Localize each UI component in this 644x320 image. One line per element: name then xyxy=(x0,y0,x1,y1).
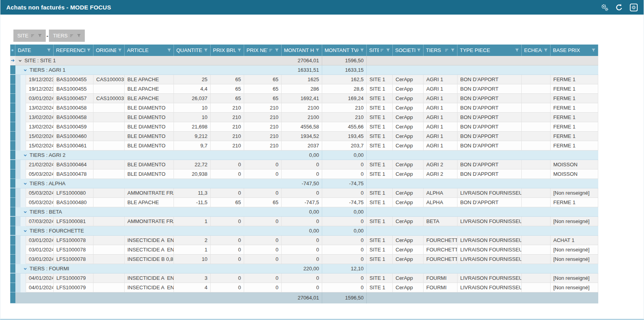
funnel-icon[interactable] xyxy=(118,48,122,52)
cell-prix_net[interactable]: 65 xyxy=(244,84,282,94)
cell-article[interactable]: INSECTICIDE A EN 1 xyxy=(125,273,174,283)
cell-origine[interactable] xyxy=(93,188,125,198)
cell-societe[interactable]: CerApp xyxy=(393,236,424,245)
column-header-tiers[interactable]: TIERS xyxy=(424,45,457,56)
cell-societe[interactable]: CerApp xyxy=(393,94,424,103)
column-header-echeance[interactable]: ECHEANCE xyxy=(522,45,551,56)
cell-date[interactable]: 19/12/2023 xyxy=(26,84,54,94)
funnel-icon[interactable] xyxy=(167,48,171,52)
table-row[interactable]: 19/12/2023BAS1000455BLE APACHE4,46565286… xyxy=(10,84,598,94)
group-row-tiers[interactable]: TIERS : FOURCHETTE0,000,00 xyxy=(10,226,598,236)
cell-origine[interactable] xyxy=(93,245,125,255)
column-header-prix_brut[interactable]: PRIX BRUT xyxy=(211,45,244,56)
cell-date[interactable]: 05/03/2024 xyxy=(26,188,54,198)
cell-type_piece[interactable]: BON D'APPORT xyxy=(457,169,522,179)
cell-montant_tva[interactable]: 210 xyxy=(322,113,367,122)
cell-montant_tva[interactable]: 0 xyxy=(322,283,367,292)
cell-prix_brut[interactable]: 0 xyxy=(211,160,244,169)
funnel-icon[interactable] xyxy=(275,48,279,52)
cell-date[interactable]: 15/02/2024 xyxy=(26,141,54,151)
cell-type_piece[interactable]: BON D'APPORT xyxy=(457,84,522,94)
cell-article[interactable]: INSECTICIDE A EN 1 xyxy=(125,245,174,255)
cell-base_prix[interactable]: [Non renseigné] xyxy=(551,217,598,226)
cell-tiers[interactable]: AGRI 1 xyxy=(424,75,457,84)
row-selector[interactable] xyxy=(10,132,15,141)
cell-montant_tva[interactable]: 0 xyxy=(322,217,367,226)
cell-quantite[interactable]: 10 xyxy=(174,255,211,264)
cell-societe[interactable]: CerApp xyxy=(393,198,424,207)
cell-montant_tva[interactable]: 162,5 xyxy=(322,75,367,84)
row-selector[interactable] xyxy=(10,236,15,245)
column-header-site[interactable]: SITE xyxy=(367,45,393,56)
cell-prix_net[interactable]: 0 xyxy=(244,236,282,245)
cell-tiers[interactable]: FOURMI xyxy=(424,273,457,283)
table-row[interactable]: 03/01/2024LFS1000078INSECTICIDE A EN 110… xyxy=(10,245,598,255)
cell-article[interactable]: INSECTICIDE B 0,8L xyxy=(125,255,174,264)
cell-type_piece[interactable]: LIVRAISON FOURNISSEUR xyxy=(457,236,522,245)
cell-tiers[interactable]: AGRI 1 xyxy=(424,84,457,94)
cell-base_prix[interactable]: FERME 1 xyxy=(551,122,598,132)
row-selector[interactable] xyxy=(10,226,15,235)
cell-prix_brut[interactable]: 210 xyxy=(211,122,244,132)
cell-reference[interactable]: LFS1000078 xyxy=(54,255,93,264)
column-header-base_prix[interactable]: BASE PRIX xyxy=(551,45,598,56)
cell-quantite[interactable]: 2 xyxy=(174,236,211,245)
cell-reference[interactable]: BAS1000459 xyxy=(54,122,93,132)
cell-article[interactable]: BLE DIAMENTO xyxy=(125,169,174,179)
cell-site[interactable]: SITE 1 xyxy=(367,169,393,179)
cell-echeance[interactable] xyxy=(522,122,551,132)
sort-asc-icon[interactable] xyxy=(445,48,449,52)
cell-montant_tva[interactable]: 28,6 xyxy=(322,84,367,94)
funnel-icon[interactable] xyxy=(417,48,421,52)
cell-montant_tva[interactable]: 0 xyxy=(322,255,367,264)
cell-echeance[interactable] xyxy=(522,188,551,198)
cell-tiers[interactable]: ALPHA xyxy=(424,188,457,198)
cell-type_piece[interactable]: LIVRAISON FOURNISSEUR xyxy=(457,273,522,283)
cell-societe[interactable]: CerApp xyxy=(393,141,424,151)
cell-date[interactable]: 04/01/2024 xyxy=(26,273,54,283)
cell-date[interactable]: 03/01/2024 xyxy=(26,245,54,255)
table-row[interactable]: 05/03/2024BAS1000480BLE APACHE-11,56565-… xyxy=(10,198,598,207)
cell-tiers[interactable]: AGRI 1 xyxy=(424,113,457,122)
cell-montant_tva[interactable]: 193,45 xyxy=(322,132,367,141)
cell-date[interactable]: 05/03/2024 xyxy=(26,198,54,207)
group-row-tiers[interactable]: TIERS : BETA0,000,00 xyxy=(10,207,598,217)
cell-date[interactable]: 15/02/2024 xyxy=(26,132,54,141)
cell-quantite[interactable]: 20,938 xyxy=(174,169,211,179)
cell-echeance[interactable] xyxy=(522,75,551,84)
cell-tiers[interactable]: AGRI 1 xyxy=(424,94,457,103)
cell-date[interactable]: 03/01/2024 xyxy=(26,236,54,245)
column-header-montant_ht[interactable]: MONTANT HT xyxy=(282,45,322,56)
group-row-tiers[interactable]: TIERS : FOURMI220,0012,10 xyxy=(10,264,598,273)
cell-reference[interactable]: BAS1000478 xyxy=(54,169,93,179)
cell-prix_brut[interactable]: 210 xyxy=(211,113,244,122)
cell-prix_brut[interactable]: 0 xyxy=(211,283,244,292)
cell-base_prix[interactable]: [Non renseigné] xyxy=(551,188,598,198)
cell-echeance[interactable] xyxy=(522,160,551,169)
table-row[interactable]: 04/01/2024LFS1000079INSECTICIDE A EN 140… xyxy=(10,283,598,292)
cell-prix_brut[interactable]: 210 xyxy=(211,103,244,113)
row-selector[interactable] xyxy=(10,75,15,84)
cell-article[interactable]: BLE APACHE xyxy=(125,84,174,94)
cell-echeance[interactable] xyxy=(522,217,551,226)
cell-base_prix[interactable]: FERME 1 xyxy=(551,132,598,141)
cell-montant_ht[interactable]: 2100 xyxy=(282,113,322,122)
funnel-icon[interactable] xyxy=(592,48,595,52)
chevron-down-icon[interactable] xyxy=(23,182,27,186)
cell-base_prix[interactable]: FERME 1 xyxy=(551,103,598,113)
cell-montant_tva[interactable]: 0 xyxy=(322,245,367,255)
cell-echeance[interactable] xyxy=(522,283,551,292)
cell-date[interactable]: 21/02/2024 xyxy=(26,160,54,169)
cell-origine[interactable] xyxy=(93,217,125,226)
cell-tiers[interactable]: AGRI 1 xyxy=(424,122,457,132)
cell-montant_ht[interactable]: 0 xyxy=(282,245,322,255)
cell-prix_net[interactable]: 210 xyxy=(244,141,282,151)
cell-origine[interactable]: CAS1000035 xyxy=(93,94,125,103)
funnel-icon[interactable] xyxy=(38,34,42,37)
cell-type_piece[interactable]: BON D'APPORT xyxy=(457,113,522,122)
cell-montant_ht[interactable]: 0 xyxy=(282,273,322,283)
cell-origine[interactable] xyxy=(93,113,125,122)
cell-quantite[interactable]: 9,212 xyxy=(174,132,211,141)
cell-origine[interactable] xyxy=(93,122,125,132)
cell-quantite[interactable]: 4,4 xyxy=(174,84,211,94)
